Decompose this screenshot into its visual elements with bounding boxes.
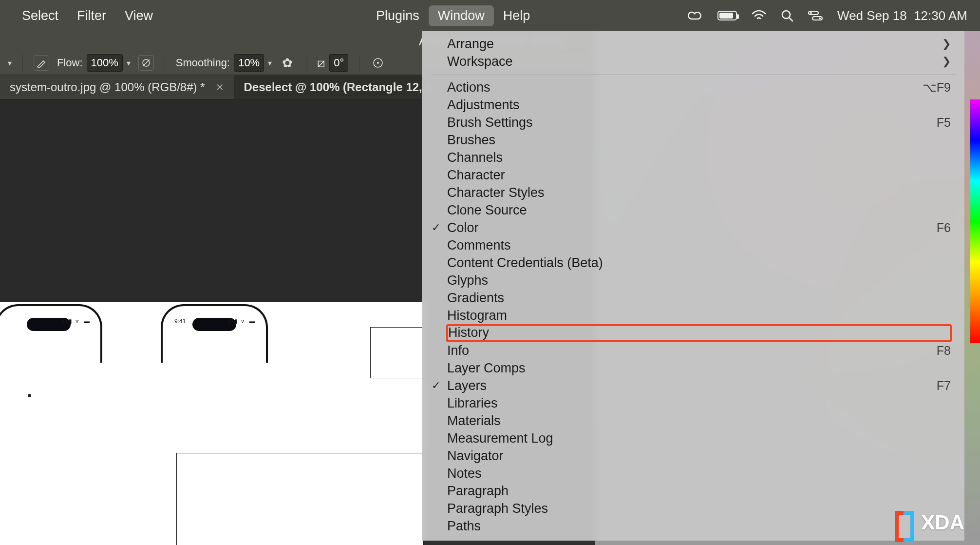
menu-item-label: Glyphs: [447, 273, 951, 288]
close-tab-icon[interactable]: ✕: [216, 81, 224, 93]
svg-point-8: [377, 62, 379, 64]
menu-item-paragraph-styles[interactable]: Paragraph Styles: [422, 500, 964, 517]
creative-cloud-icon[interactable]: [687, 10, 703, 21]
flow-value[interactable]: 100%: [87, 54, 123, 72]
menu-item-clone-source[interactable]: Clone Source: [422, 201, 964, 219]
control-center-icon[interactable]: [808, 10, 823, 21]
menu-item-label: Color: [447, 220, 937, 235]
menu-item-notes[interactable]: Notes: [422, 465, 964, 482]
menu-item-info[interactable]: InfoF8: [422, 342, 964, 359]
menu-item-layers[interactable]: ✓LayersF7: [422, 377, 964, 394]
menubar-date[interactable]: Wed Sep 18 12:30 AM: [837, 8, 967, 23]
submenu-arrow-icon: ❯: [942, 55, 951, 68]
menu-item-gradients[interactable]: Gradients: [422, 289, 964, 307]
svg-point-5: [819, 18, 821, 19]
menu-item-shortcut: F6: [937, 221, 951, 235]
menu-item-channels[interactable]: Channels: [422, 149, 964, 166]
wifi-icon[interactable]: [752, 10, 766, 21]
menu-item-label: Histogram: [447, 308, 951, 323]
menu-item-paragraph[interactable]: Paragraph: [422, 482, 964, 500]
phone-time-label: 9:41: [174, 318, 186, 325]
document-tab[interactable]: Deselect @ 100% (Rectangle 12, L: [234, 75, 443, 99]
menu-item-label: Layer Comps: [447, 361, 951, 376]
menu-item-label: Channels: [447, 150, 951, 165]
menu-item-layer-comps[interactable]: Layer Comps: [422, 359, 964, 377]
menu-item-label: Clone Source: [447, 203, 951, 218]
menu-item-brushes[interactable]: Brushes: [422, 131, 964, 149]
menu-item-shortcut: F8: [937, 344, 951, 358]
flow-label: Flow:: [57, 57, 83, 69]
menu-item-label: Comments: [447, 238, 951, 253]
smoothing-chevron-icon[interactable]: ▾: [268, 58, 272, 68]
menu-item-label: Measurement Log: [447, 431, 951, 446]
search-icon[interactable]: [781, 9, 793, 22]
submenu-arrow-icon: ❯: [942, 38, 951, 50]
menu-item-paths[interactable]: Paths: [422, 517, 964, 535]
color-hue-strip[interactable]: [970, 99, 980, 343]
menu-item-libraries[interactable]: Libraries: [422, 394, 964, 412]
window-menu-dropdown: Arrange❯Workspace❯Actions⌥F9AdjustmentsB…: [422, 31, 964, 541]
menu-item-label: Actions: [447, 80, 923, 95]
menubar-mid-group: Plugins Window Help: [367, 5, 539, 26]
macos-menubar: Select Filter View Plugins Window Help W…: [0, 0, 980, 31]
menu-item-label: Character Styles: [447, 185, 951, 200]
watermark-text: XDA: [921, 511, 964, 534]
menu-item-shortcut: F5: [937, 116, 951, 130]
menu-filter[interactable]: Filter: [68, 5, 115, 26]
battery-icon[interactable]: [717, 11, 737, 20]
artboard-rectangle[interactable]: [176, 453, 424, 545]
menu-item-materials[interactable]: Materials: [422, 412, 964, 429]
menu-item-label: Adjustments: [447, 97, 951, 113]
iphone-mock-1: ▮▮▮ᯤ▬: [0, 304, 102, 363]
menu-window[interactable]: Window: [429, 5, 494, 26]
document-tab[interactable]: system-outro.jpg @ 100% (RGB/8#) * ✕: [0, 75, 234, 99]
angle-icon: ⧄: [317, 56, 325, 71]
svg-point-3: [810, 12, 812, 14]
canvas-point: [28, 394, 31, 397]
smoothing-gear-icon[interactable]: ✿: [280, 55, 295, 71]
menu-item-brush-settings[interactable]: Brush SettingsF5: [422, 114, 964, 131]
menu-item-character[interactable]: Character: [422, 166, 964, 184]
menu-item-comments[interactable]: Comments: [422, 236, 964, 254]
menu-item-label: Content Credentials (Beta): [447, 255, 951, 271]
menu-item-label: Notes: [447, 466, 951, 481]
menu-item-workspace[interactable]: Workspace❯: [422, 53, 964, 70]
menu-item-label: Info: [447, 343, 937, 358]
menu-item-history[interactable]: History: [422, 324, 964, 342]
menubar-left-group: Select Filter View: [13, 5, 162, 26]
menu-item-shortcut: ⌥F9: [923, 80, 951, 95]
menu-item-glyphs[interactable]: Glyphs: [422, 272, 964, 289]
menu-item-character-styles[interactable]: Character Styles: [422, 184, 964, 201]
airbrush-icon[interactable]: [34, 55, 49, 71]
smoothing-value[interactable]: 10%: [234, 54, 264, 72]
menu-separator: [431, 74, 956, 75]
menu-item-label: Brush Settings: [447, 115, 937, 130]
menu-plugins[interactable]: Plugins: [367, 5, 429, 26]
flow-chevron-icon[interactable]: ▾: [127, 58, 131, 68]
menu-item-adjustments[interactable]: Adjustments: [422, 96, 964, 114]
menu-item-arrange[interactable]: Arrange❯: [422, 35, 964, 53]
menu-item-label: Libraries: [447, 396, 951, 411]
menu-item-label: Arrange: [447, 37, 942, 52]
menu-item-navigator[interactable]: Navigator: [422, 447, 964, 465]
angle-value[interactable]: 0°: [329, 54, 348, 72]
pressure-opacity-icon[interactable]: [138, 55, 154, 71]
pressure-size-icon[interactable]: [370, 55, 386, 71]
menu-help[interactable]: Help: [494, 5, 540, 26]
menubar-status-group: Wed Sep 18 12:30 AM: [687, 8, 967, 23]
phone-status-icons: ▮▮▮ᯤ▬: [227, 318, 255, 325]
menu-item-label: Workspace: [447, 54, 942, 69]
selection-rectangle[interactable]: [370, 327, 424, 378]
menu-item-actions[interactable]: Actions⌥F9: [422, 78, 964, 96]
menu-view[interactable]: View: [115, 5, 162, 26]
smoothing-label: Smoothing:: [176, 57, 230, 69]
document-tab-label: Deselect @ 100% (Rectangle 12, L: [244, 80, 433, 94]
menu-item-content-credentials-beta[interactable]: Content Credentials (Beta): [422, 254, 964, 272]
menu-item-measurement-log[interactable]: Measurement Log: [422, 429, 964, 447]
document-tab-label: system-outro.jpg @ 100% (RGB/8#) *: [10, 80, 205, 94]
menu-select[interactable]: Select: [13, 5, 68, 26]
menu-item-histogram[interactable]: Histogram: [422, 307, 964, 324]
menu-item-label: Gradients: [447, 291, 951, 306]
phone-status-icons: ▮▮▮ᯤ▬: [62, 318, 90, 325]
menu-item-color[interactable]: ✓ColorF6: [422, 219, 964, 236]
